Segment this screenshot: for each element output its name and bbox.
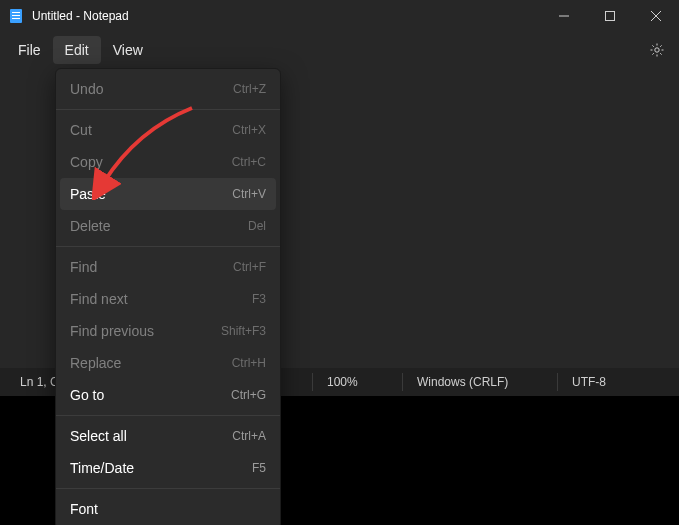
menu-item-label: Find	[70, 259, 97, 275]
svg-rect-5	[606, 12, 615, 21]
menu-separator	[56, 246, 280, 247]
menu-item-shortcut: Ctrl+A	[232, 429, 266, 443]
menu-item-label: Time/Date	[70, 460, 134, 476]
menu-item-go-to[interactable]: Go toCtrl+G	[56, 379, 280, 411]
menu-item-delete: DeleteDel	[56, 210, 280, 242]
svg-point-8	[655, 48, 659, 52]
svg-rect-2	[12, 15, 20, 16]
menu-item-label: Go to	[70, 387, 104, 403]
notepad-icon	[8, 8, 24, 24]
menu-item-find-previous: Find previousShift+F3	[56, 315, 280, 347]
menu-item-label: Find next	[70, 291, 128, 307]
status-encoding: UTF-8	[557, 373, 679, 391]
menu-item-shortcut: Ctrl+G	[231, 388, 266, 402]
menu-item-copy: CopyCtrl+C	[56, 146, 280, 178]
menu-item-label: Copy	[70, 154, 103, 170]
menu-item-shortcut: F3	[252, 292, 266, 306]
menu-item-font[interactable]: Font	[56, 493, 280, 525]
menu-item-shortcut: Ctrl+V	[232, 187, 266, 201]
menu-item-label: Find previous	[70, 323, 154, 339]
menu-separator	[56, 109, 280, 110]
menu-separator	[56, 488, 280, 489]
menu-item-shortcut: Ctrl+F	[233, 260, 266, 274]
menu-item-shortcut: Ctrl+C	[232, 155, 266, 169]
menu-item-label: Paste	[70, 186, 106, 202]
menu-item-label: Cut	[70, 122, 92, 138]
settings-button[interactable]	[641, 34, 673, 66]
menu-edit[interactable]: Edit	[53, 36, 101, 64]
menu-separator	[56, 415, 280, 416]
menu-item-label: Undo	[70, 81, 103, 97]
menu-item-label: Delete	[70, 218, 110, 234]
menu-item-shortcut: Ctrl+X	[232, 123, 266, 137]
status-line-ending: Windows (CRLF)	[402, 373, 557, 391]
menu-item-paste[interactable]: PasteCtrl+V	[60, 178, 276, 210]
menu-item-shortcut: Ctrl+Z	[233, 82, 266, 96]
menu-file[interactable]: File	[6, 36, 53, 64]
close-button[interactable]	[633, 0, 679, 32]
menu-item-cut: CutCtrl+X	[56, 114, 280, 146]
menu-item-find-next: Find nextF3	[56, 283, 280, 315]
svg-rect-1	[12, 12, 20, 13]
menu-item-label: Font	[70, 501, 98, 517]
menu-item-label: Select all	[70, 428, 127, 444]
edit-menu-dropdown: UndoCtrl+ZCutCtrl+XCopyCtrl+CPasteCtrl+V…	[55, 68, 281, 525]
menu-item-label: Replace	[70, 355, 121, 371]
maximize-button[interactable]	[587, 0, 633, 32]
menu-item-time-date[interactable]: Time/DateF5	[56, 452, 280, 484]
window-title: Untitled - Notepad	[32, 9, 129, 23]
minimize-button[interactable]	[541, 0, 587, 32]
status-zoom[interactable]: 100%	[312, 373, 402, 391]
svg-rect-3	[12, 18, 20, 19]
menu-item-replace: ReplaceCtrl+H	[56, 347, 280, 379]
menu-item-shortcut: Ctrl+H	[232, 356, 266, 370]
menu-item-find: FindCtrl+F	[56, 251, 280, 283]
titlebar: Untitled - Notepad	[0, 0, 679, 32]
menu-view[interactable]: View	[101, 36, 155, 64]
menu-item-shortcut: F5	[252, 461, 266, 475]
menu-item-select-all[interactable]: Select allCtrl+A	[56, 420, 280, 452]
menu-item-shortcut: Shift+F3	[221, 324, 266, 338]
menu-item-shortcut: Del	[248, 219, 266, 233]
menubar: File Edit View	[0, 32, 679, 68]
menu-item-undo: UndoCtrl+Z	[56, 73, 280, 105]
